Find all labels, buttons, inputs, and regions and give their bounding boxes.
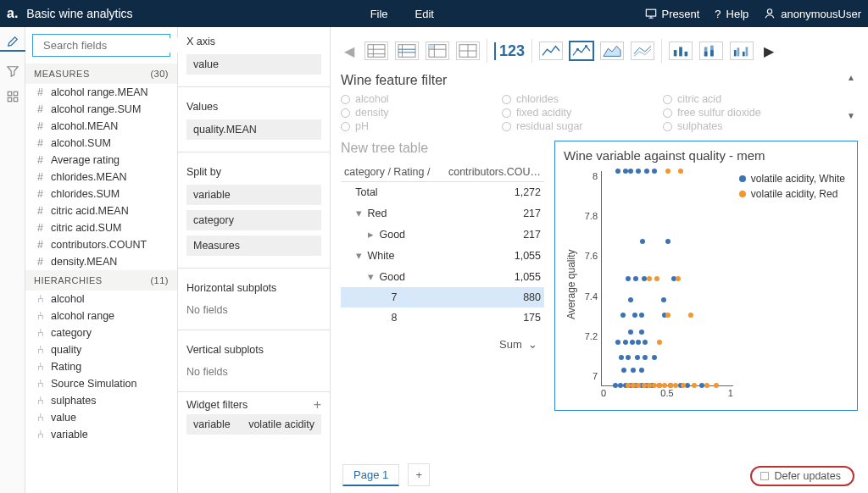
measure-item[interactable]: #citric acid.MEAN	[25, 202, 177, 219]
data-point[interactable]	[652, 355, 657, 360]
measure-item[interactable]: #alcohol range.SUM	[25, 101, 177, 118]
data-point[interactable]	[633, 276, 638, 281]
split-chip-1[interactable]: category	[186, 210, 321, 230]
add-filter-icon[interactable]: +	[314, 400, 321, 410]
measure-item[interactable]: #citric acid.SUM	[25, 219, 177, 236]
measure-item[interactable]: #chlorides.SUM	[25, 186, 177, 202]
data-point[interactable]	[630, 340, 635, 345]
table-row[interactable]: Total1,272	[341, 182, 544, 203]
measure-item[interactable]: #contributors.COUNT	[25, 236, 177, 253]
page-tab[interactable]: Page 1	[342, 464, 399, 486]
data-point[interactable]	[636, 169, 641, 174]
data-point[interactable]	[620, 313, 626, 318]
rail-edit-icon[interactable]	[0, 36, 25, 52]
data-point[interactable]	[657, 340, 662, 345]
data-point[interactable]	[639, 368, 644, 373]
hierarchy-item[interactable]: ⑃quality	[25, 341, 177, 358]
data-point[interactable]	[665, 313, 670, 318]
chart-type-area[interactable]	[600, 42, 624, 60]
chart-type-kpi[interactable]: 123	[494, 42, 525, 60]
data-point[interactable]	[665, 239, 670, 244]
data-point[interactable]	[636, 340, 641, 345]
chart-type-grouped-bar[interactable]	[730, 42, 754, 60]
data-point[interactable]	[642, 276, 647, 281]
data-point[interactable]	[676, 276, 681, 281]
measure-item[interactable]: #alcohol range.MEAN	[25, 84, 177, 101]
toolbar-prev-icon[interactable]: ◀	[341, 43, 358, 59]
filter-option[interactable]: pH	[341, 120, 502, 132]
data-point[interactable]	[688, 313, 693, 318]
measures-header[interactable]: MEASURES(30)	[25, 64, 177, 84]
data-point[interactable]	[626, 355, 631, 360]
defer-updates-toggle[interactable]: Defer updates	[750, 466, 854, 486]
filter-option[interactable]: residual sugar	[502, 120, 663, 132]
search-field[interactable]	[32, 34, 170, 57]
hierarchy-item[interactable]: ⑃alcohol	[25, 291, 177, 307]
chart-type-table[interactable]	[364, 42, 388, 60]
data-point[interactable]	[665, 169, 670, 174]
data-point[interactable]	[678, 169, 683, 174]
data-point[interactable]	[621, 368, 626, 373]
table-row[interactable]: 7880	[341, 287, 544, 307]
present-button[interactable]: Present	[645, 8, 700, 20]
data-point[interactable]	[623, 340, 628, 345]
table-col-2[interactable]: contributors.COU…	[442, 163, 544, 182]
hierarchy-item[interactable]: ⑃Rating	[25, 358, 177, 375]
data-point[interactable]	[619, 355, 624, 360]
table-row[interactable]: 8175	[341, 307, 544, 328]
hierarchy-item[interactable]: ⑃value	[25, 409, 177, 426]
data-point[interactable]	[643, 340, 648, 345]
data-point[interactable]	[615, 340, 620, 345]
hierarchy-item[interactable]: ⑃variable	[25, 426, 177, 443]
data-point[interactable]	[652, 169, 657, 174]
menu-edit[interactable]: Edit	[415, 8, 434, 20]
hierarchy-item[interactable]: ⑃Source Simulation	[25, 375, 177, 392]
measure-item[interactable]: #Average rating	[25, 152, 177, 169]
split-chip-0[interactable]: variable	[186, 185, 321, 205]
data-point[interactable]	[631, 368, 636, 373]
data-point[interactable]	[632, 313, 637, 318]
filter-scrollbar[interactable]: ▲ ▼	[844, 73, 858, 120]
data-point[interactable]	[635, 355, 640, 360]
hierarchy-item[interactable]: ⑃category	[25, 324, 177, 341]
toolbar-next-icon[interactable]: ▶	[760, 43, 777, 59]
data-point[interactable]	[639, 330, 644, 335]
data-point[interactable]	[626, 276, 631, 281]
chart-type-scatter[interactable]	[570, 42, 593, 60]
chart-type-stacked-bar[interactable]	[699, 42, 723, 60]
table-col-1[interactable]: category / Rating /	[341, 163, 442, 182]
data-point[interactable]	[639, 313, 644, 318]
filter-option[interactable]: chlorides	[502, 93, 663, 105]
filter-option[interactable]: citric acid	[663, 93, 824, 105]
data-point[interactable]	[628, 169, 633, 174]
chart-type-multi-line[interactable]	[631, 42, 654, 60]
data-point[interactable]	[643, 355, 648, 360]
add-page-button[interactable]: +	[408, 463, 430, 486]
data-point[interactable]	[640, 239, 645, 244]
plot-area[interactable]	[601, 171, 733, 386]
measure-item[interactable]: #density.MEAN	[25, 253, 177, 270]
chart-type-pivot-table[interactable]	[426, 42, 449, 60]
x-axis-chip[interactable]: value	[186, 54, 321, 75]
hierarchies-header[interactable]: HIERARCHIES(11)	[25, 270, 177, 291]
hierarchy-item[interactable]: ⑃sulphates	[25, 392, 177, 409]
rail-dashboard-icon[interactable]	[0, 91, 25, 102]
data-point[interactable]	[654, 276, 659, 281]
table-row[interactable]: ▾ White1,055	[341, 245, 544, 266]
hierarchy-item[interactable]: ⑃alcohol range	[25, 307, 177, 324]
data-point[interactable]	[615, 169, 620, 174]
filter-option[interactable]: free sulfur dioxide	[663, 107, 824, 119]
measure-item[interactable]: #chlorides.MEAN	[25, 169, 177, 186]
user-menu[interactable]: anonymousUser	[764, 8, 861, 20]
data-point[interactable]	[623, 169, 628, 174]
scroll-up-icon[interactable]: ▲	[847, 73, 855, 82]
split-chip-2[interactable]: Measures	[186, 235, 321, 256]
table-row[interactable]: ▸ Good217	[341, 224, 544, 245]
search-input[interactable]	[42, 38, 187, 53]
chart-type-matrix[interactable]	[456, 42, 480, 60]
chart-type-line[interactable]	[539, 42, 563, 60]
data-point[interactable]	[628, 330, 633, 335]
filter-option[interactable]: fixed acidity	[502, 107, 663, 119]
filter-option[interactable]: alcohol	[341, 93, 502, 105]
filter-chip[interactable]: variablevolatile acidity	[186, 414, 321, 435]
